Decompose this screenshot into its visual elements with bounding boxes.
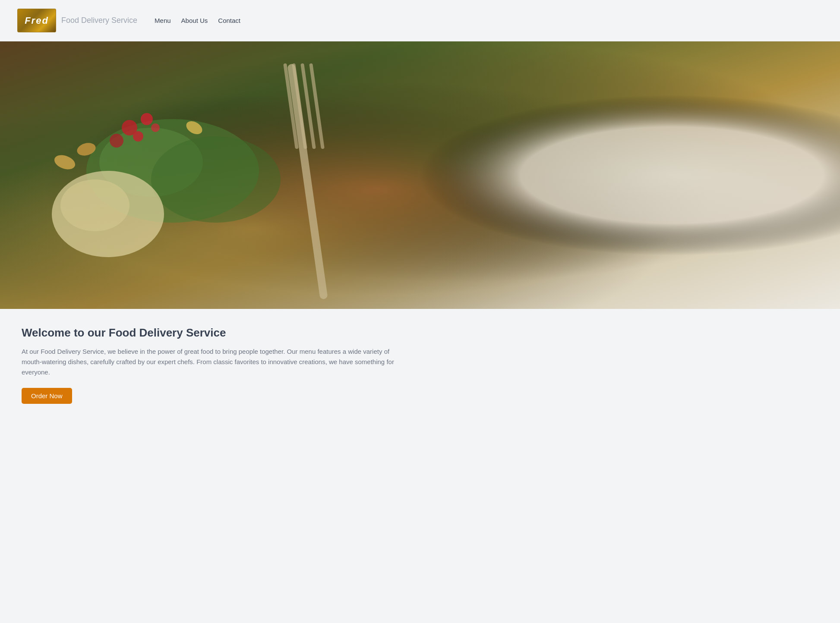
logo-text: Fred: [25, 15, 49, 26]
welcome-title: Welcome to our Food Delivery Service: [22, 326, 818, 340]
hero-image: [0, 41, 840, 309]
main-content: Welcome to our Food Delivery Service At …: [0, 309, 840, 421]
logo-wrapper: Fred Food Delivery Service: [17, 9, 137, 32]
nav-item-contact[interactable]: Contact: [218, 17, 240, 24]
welcome-text: At our Food Delivery Service, we believe…: [22, 346, 410, 378]
nav-item-menu[interactable]: Menu: [155, 17, 171, 24]
svg-point-16: [141, 113, 153, 125]
svg-point-12: [151, 136, 281, 223]
svg-point-19: [151, 123, 160, 132]
nav-item-about[interactable]: About Us: [181, 17, 208, 24]
svg-point-17: [110, 134, 123, 148]
hero-svg: [0, 41, 840, 309]
order-now-button[interactable]: Order Now: [22, 388, 72, 404]
logo-image: Fred: [17, 9, 56, 32]
hero-section: [0, 41, 840, 309]
site-header: Fred Food Delivery Service Menu About Us…: [0, 0, 840, 41]
svg-point-14: [60, 179, 129, 231]
svg-point-18: [133, 131, 143, 142]
main-nav: Menu About Us Contact: [155, 17, 240, 24]
site-title: Food Delivery Service: [61, 16, 137, 25]
